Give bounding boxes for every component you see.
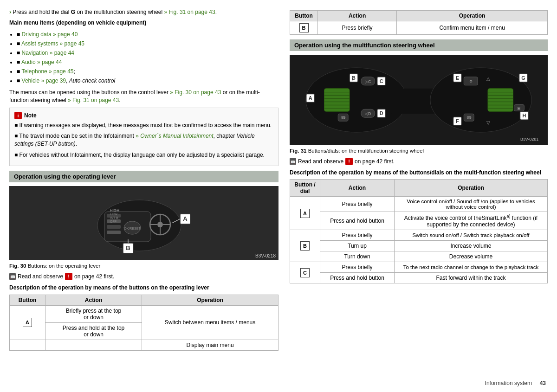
svg-rect-6 (107, 231, 121, 234)
note-item-2: ■ The travel mode can be set in the Info… (14, 132, 273, 148)
svg-text:△: △ (486, 76, 490, 81)
svg-text:📖: 📖 (10, 274, 16, 280)
ol-table-header-button: Button (10, 295, 45, 305)
svg-point-10 (157, 222, 163, 227)
desc-ol: Description of the operation by means of… (9, 284, 278, 292)
svg-text:▽: ▽ (486, 120, 490, 125)
sw-action-c2: Press and hold button (320, 273, 395, 283)
sw-operation-b1: Switch sound on/off / Switch track playb… (395, 230, 548, 241)
sw-header-action: Action (320, 180, 395, 197)
warning-icon-ol: ! (65, 273, 72, 280)
svg-text:▷: ▷ (352, 76, 356, 81)
note-item-3: ■ For vehicles without Infotainment, the… (14, 151, 273, 159)
operating-lever-table: Button Action Operation A Briefly press … (9, 295, 278, 351)
sw-btn-a: A (290, 197, 320, 230)
ol-action-2: Press and hold at the topor down (45, 322, 142, 340)
main-menu-title: Main menu items (depending on vehicle eq… (9, 19, 278, 27)
sw-section-header: Operation using the multifunction steeri… (290, 39, 548, 51)
svg-text:G: G (521, 75, 525, 81)
tr-header-operation: Operation (397, 11, 548, 21)
intro-text: › Press and hold the dial G on the multi… (9, 8, 278, 16)
operating-lever-section-header: Operation using the operating lever (9, 171, 278, 182)
svg-text:HIGH: HIGH (110, 208, 119, 212)
sw-operation-a1: Voice control on/off / Sound off /on (ap… (395, 197, 548, 212)
table-row: B Press briefly Switch sound on/off / Sw… (290, 230, 548, 241)
operating-lever-svg: OK/RESET HIGH LOW INT B OFF A (79, 188, 209, 258)
ol-action-3 (45, 340, 142, 350)
sw-btn-c: C (290, 262, 320, 283)
tr-action-b: Press briefly (318, 21, 397, 35)
tr-header-button: Button (290, 11, 318, 21)
svg-text:OK/RESET: OK/RESET (124, 227, 141, 230)
ol-operation-2: Display main menu (142, 340, 278, 350)
sw-operation-b3: Decrease volume (395, 251, 548, 262)
svg-text:OFF: OFF (110, 220, 117, 223)
sw-action-b1: Press briefly (320, 230, 395, 241)
note-box: i Note ■ If warning messages are display… (9, 108, 278, 167)
footer-section: Information system (485, 380, 532, 386)
top-right-table-wrap: Button Action Operation B Press briefly … (290, 10, 548, 35)
steering-wheel-image: B ▷C C ◁D D A ☎ ▷ (290, 55, 548, 145)
svg-text:▣: ▣ (517, 106, 521, 110)
tr-header-action: Action (318, 11, 397, 21)
book-icon-sw: 📖 (290, 158, 296, 165)
watermark-ol: B3V-0218 (255, 253, 276, 258)
sw-action-a2: Press and hold button (320, 212, 395, 230)
svg-text:LOW: LOW (110, 212, 117, 216)
table-row: C Press briefly To the next radio channe… (290, 262, 548, 273)
svg-text:☎: ☎ (466, 116, 472, 120)
svg-text:B3V-0281: B3V-0281 (520, 137, 538, 141)
sw-operation-b2: Increase volume (395, 241, 548, 251)
svg-text:▷C: ▷C (365, 79, 371, 84)
fig30-caption: Fig. 30 Buttons: on the operating lever (9, 262, 278, 270)
operating-lever-image: OK/RESET HIGH LOW INT B OFF A (9, 186, 278, 260)
top-right-table: Button Action Operation B Press briefly … (290, 10, 548, 35)
sw-header-operation: Operation (395, 180, 548, 197)
svg-text:INT B: INT B (110, 216, 118, 219)
svg-text:F: F (456, 118, 459, 124)
svg-text:H: H (522, 113, 526, 118)
read-observe-ol: 📖 Read and observe ! on page 42 first. (9, 273, 278, 280)
ol-action-1: Briefly press at the topor down (45, 305, 142, 322)
sw-action-a1: Press briefly (320, 197, 395, 212)
sw-operation-c1: To the next radio channel or change to t… (395, 262, 548, 273)
svg-text:C: C (380, 78, 383, 84)
table-row: A Briefly press at the topor down Switch… (10, 305, 278, 322)
note-icon: i (14, 112, 22, 119)
sw-operation-c2: Fast forward within the track (395, 273, 548, 283)
sw-action-c1: Press briefly (320, 262, 395, 273)
note-item-1: ■ If warning messages are displayed, the… (14, 122, 273, 129)
warning-icon-sw: ! (345, 158, 353, 165)
table-row: Press and hold button Activate the voice… (290, 212, 548, 230)
table-row: A Press briefly Voice control on/off / S… (290, 197, 548, 212)
sw-table: Button /dial Action Operation A Press br… (290, 179, 548, 283)
table-row: Press and hold button Fast forward withi… (290, 273, 548, 283)
desc-sw: Description of the operation by means of… (290, 169, 548, 177)
menus-description: The menus can be opened using the button… (9, 89, 278, 105)
ol-table-header-action: Action (45, 295, 142, 305)
read-observe-sw-page: on page 42 first. (355, 158, 395, 165)
read-observe-sw: 📖 Read and observe ! on page 42 first. (290, 158, 548, 165)
ol-btn-a2 (10, 340, 45, 350)
read-observe-sw-text: Read and observe (298, 158, 343, 165)
svg-text:A: A (309, 96, 312, 101)
page-number: 43 (540, 380, 546, 386)
svg-text:◁D: ◁D (365, 111, 371, 116)
sw-action-b3: Turn down (320, 251, 395, 262)
fig31-caption: Fig. 31 Buttons/dials: on the multifunct… (290, 147, 548, 155)
ol-operation-1: Switch between menu items / menus (142, 305, 278, 340)
svg-text:📖: 📖 (291, 160, 295, 164)
table-row: Turn up Increase volume (290, 241, 548, 251)
svg-text:⚙: ⚙ (469, 79, 473, 84)
ol-btn-a: A (10, 305, 45, 340)
svg-point-52 (430, 68, 531, 132)
svg-text:A: A (183, 215, 188, 222)
note-title-text: Note (24, 112, 37, 119)
table-row: Display main menu (10, 340, 278, 350)
svg-text:☎: ☎ (341, 116, 346, 120)
svg-rect-5 (107, 225, 121, 229)
sw-btn-b: B (290, 230, 320, 262)
sw-operation-a2: Activate the voice control of theSmartLi… (395, 212, 548, 230)
sw-header-btn-dial: Button /dial (290, 180, 320, 197)
svg-text:D: D (380, 110, 383, 116)
